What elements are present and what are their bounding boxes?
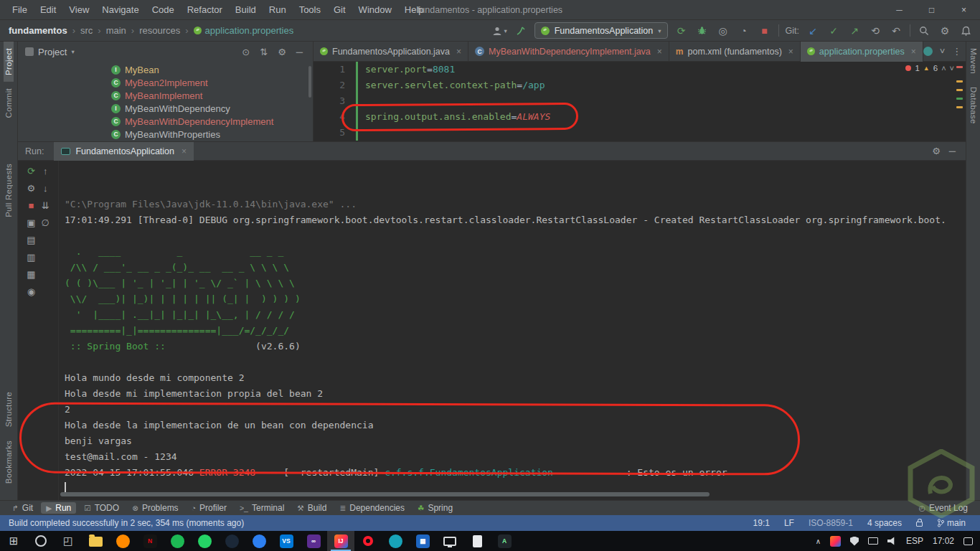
close-tab-icon[interactable]: × <box>788 47 793 57</box>
soft-wrap-icon[interactable]: ⇊ <box>42 201 50 210</box>
run-console[interactable]: "C:\Program Files\Java\jdk-11.0.14\bin\j… <box>59 161 966 500</box>
project-panel-title[interactable]: Project <box>38 47 67 57</box>
search-button[interactable] <box>27 531 55 551</box>
notepad-icon[interactable] <box>463 531 491 551</box>
edge-icon[interactable] <box>382 531 409 551</box>
maximize-button[interactable]: □ <box>915 0 948 20</box>
up-stack-trace-icon[interactable]: ↑ <box>43 166 48 176</box>
run-settings-gear-icon[interactable]: ⚙ <box>929 146 943 156</box>
menu-help[interactable]: Help <box>398 4 430 15</box>
editor-code[interactable]: server.port=8081server.servlet.context-p… <box>355 62 550 141</box>
rerun-button[interactable]: ⟳ <box>674 23 689 39</box>
volume-icon[interactable] <box>887 537 897 545</box>
spotify-icon[interactable] <box>164 531 191 551</box>
git-branch-widget[interactable]: main <box>931 518 971 528</box>
run-configuration-select[interactable]: FundamentosApplication ▾ <box>534 22 668 39</box>
run-tab[interactable]: FundamentosApplication × <box>54 142 194 161</box>
spreadsheet-icon[interactable]: ▦ <box>409 531 436 551</box>
editor-tab-fundamentosapplication-java[interactable]: FundamentosApplication.java× <box>314 42 468 62</box>
editor-tab-mybeanwithdependencyimplement-java[interactable]: CMyBeanWithDependencyImplement.java× <box>468 42 669 62</box>
toolwindow-profiler[interactable]: ◔Profiler <box>187 502 232 514</box>
toolwindow-problems[interactable]: ⊗Problems <box>127 502 184 514</box>
stripe-project[interactable]: Project <box>4 42 14 82</box>
network-icon[interactable] <box>868 537 878 545</box>
commit-button[interactable]: ✓ <box>826 23 841 39</box>
action-center-icon[interactable] <box>963 537 973 545</box>
stripe-commit[interactable]: Commit <box>4 82 14 124</box>
hide-panel-icon[interactable]: ─ <box>293 47 306 57</box>
history-button[interactable]: ⟲ <box>868 23 882 39</box>
vscode-icon[interactable]: VS <box>273 531 300 551</box>
profiler-button[interactable]: ◔ <box>737 23 751 39</box>
screenshot-icon[interactable]: ▣ <box>27 218 35 227</box>
android-studio-icon[interactable]: A <box>491 531 518 551</box>
toolwindow-build[interactable]: ⚒Build <box>292 502 331 514</box>
defender-shield-icon[interactable] <box>850 537 859 546</box>
settings-gear-icon[interactable]: ⚙ <box>938 23 952 39</box>
stripe-bookmarks[interactable]: Bookmarks <box>4 434 14 490</box>
collapse-all-icon[interactable]: ⇅ <box>257 47 270 57</box>
close-tab-icon[interactable]: × <box>182 146 187 156</box>
stop-icon[interactable]: ■ <box>28 201 34 210</box>
menu-file[interactable]: File <box>6 4 34 15</box>
down-stack-trace-icon[interactable]: ↓ <box>43 184 48 193</box>
netflix-icon[interactable]: N <box>136 531 164 551</box>
clock[interactable]: 17:02 <box>933 536 954 546</box>
stripe-maven[interactable]: Maven <box>969 42 978 80</box>
toolwindow-event-log[interactable]: ◴Event Log <box>914 502 973 514</box>
toolwindow-todo[interactable]: ☑TODO <box>79 502 124 514</box>
panel-settings-gear-icon[interactable]: ⚙ <box>275 47 289 57</box>
project-item-mybeanwithdependency[interactable]: IMyBeanWithDependency <box>18 102 313 115</box>
inspections-widget[interactable]: 1 ▲ 6 ˄ ˅ <box>905 64 954 72</box>
clear-console-icon[interactable]: ∅ <box>41 218 49 227</box>
menu-run[interactable]: Run <box>263 4 293 15</box>
steam-icon[interactable] <box>218 531 245 551</box>
breadcrumb-fundamentos[interactable]: fundamentos <box>7 25 69 36</box>
rollback-button[interactable]: ↶ <box>889 23 903 39</box>
task-view-button[interactable]: ◰ <box>55 531 82 551</box>
push-button[interactable]: ↗ <box>847 23 862 39</box>
project-scrollbar[interactable] <box>308 66 311 98</box>
stop-button[interactable]: ■ <box>758 23 772 39</box>
close-tab-icon[interactable]: × <box>456 47 461 57</box>
locate-file-icon[interactable]: ⊙ <box>239 47 253 57</box>
menu-build[interactable]: Build <box>229 4 263 15</box>
toolwindow-git[interactable]: ↱Git <box>7 502 38 514</box>
close-tab-icon[interactable]: × <box>657 47 662 57</box>
stripe-structure[interactable]: Structure <box>4 385 14 433</box>
monitor-icon[interactable] <box>436 531 463 551</box>
stripe-pull-requests[interactable]: Pull Requests <box>4 157 14 224</box>
close-button[interactable]: × <box>948 0 980 20</box>
editor-tab-pom-xml-fundamentos[interactable]: mpom.xml (fundamentos)× <box>669 42 801 62</box>
menu-refactor[interactable]: Refactor <box>181 4 229 15</box>
menu-git[interactable]: Git <box>327 4 352 15</box>
project-item-mybeanimplement[interactable]: CMyBeanImplement <box>18 89 313 102</box>
layout-icon[interactable]: ▦ <box>27 270 35 279</box>
project-item-mybeanwithdependencyimplement[interactable]: CMyBeanWithDependencyImplement <box>18 115 313 128</box>
notifications-bell-icon[interactable] <box>958 23 973 39</box>
coverage-button[interactable]: ◎ <box>716 23 730 39</box>
prev-issue-icon[interactable]: ˄ <box>941 64 946 72</box>
settings-icon[interactable]: ⚙ <box>27 184 36 193</box>
gc-icon[interactable]: ▥ <box>27 253 35 262</box>
start-button[interactable]: ⊞ <box>0 531 27 551</box>
minimize-button[interactable]: ─ <box>883 0 915 20</box>
project-item-mybean[interactable]: IMyBean <box>18 63 313 76</box>
menu-tools[interactable]: Tools <box>293 4 327 15</box>
project-item-mybeanwithproperties[interactable]: CMyBeanWithProperties <box>18 128 313 141</box>
code-with-me-icon[interactable] <box>923 47 933 56</box>
pin-icon[interactable]: ◉ <box>27 287 35 296</box>
breadcrumb-resources[interactable]: resources <box>138 25 182 36</box>
breadcrumb-main[interactable]: main <box>105 25 128 36</box>
breadcrumb-src[interactable]: src <box>79 25 94 36</box>
menu-navigate[interactable]: Navigate <box>95 4 145 15</box>
debug-bug-icon[interactable] <box>695 23 710 39</box>
chevron-down-icon[interactable]: ˅ <box>940 46 946 57</box>
minimize-panel-icon[interactable]: ─ <box>946 146 958 156</box>
menu-window[interactable]: Window <box>352 4 398 15</box>
close-tab-icon[interactable]: × <box>911 47 916 57</box>
toolwindow-terminal[interactable]: >_Terminal <box>235 502 289 514</box>
editor-tab-application-properties[interactable]: application.properties× <box>801 42 923 62</box>
menu-edit[interactable]: Edit <box>34 4 62 15</box>
update-project-button[interactable]: ↙ <box>806 23 820 39</box>
